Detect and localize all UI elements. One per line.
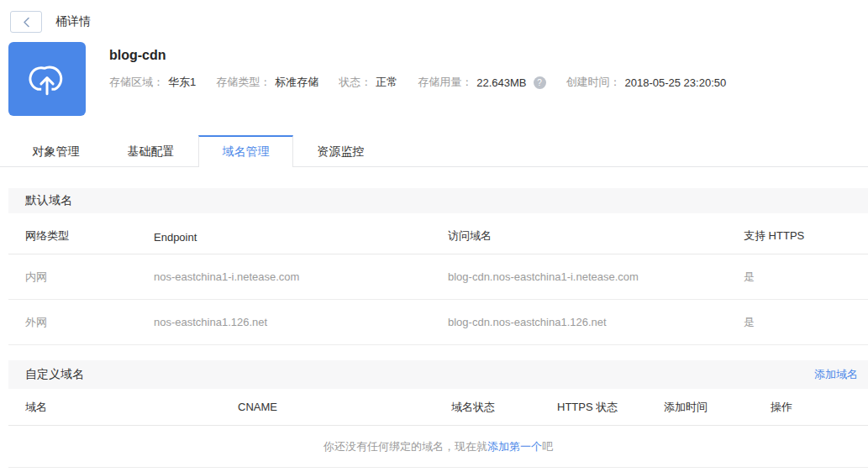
meta-storage-type: 存储类型： 标准存储 bbox=[216, 75, 318, 90]
cell-https-support: 是 bbox=[744, 270, 868, 285]
table-row: 外网 nos-eastchina1.126.net blog-cdn.nos-e… bbox=[8, 300, 868, 345]
cell-access-domain: blog-cdn.nos-eastchina1.126.net bbox=[448, 316, 744, 328]
col-endpoint: Endpoint bbox=[154, 231, 448, 244]
meta-region-label: 存储区域： bbox=[109, 75, 164, 90]
col-https-status: HTTPS 状态 bbox=[557, 400, 664, 415]
topbar: 桶详情 bbox=[0, 0, 868, 34]
default-domain-section-title: 默认域名 bbox=[25, 193, 72, 208]
bucket-meta: 存储区域： 华东1 存储类型： 标准存储 状态： 正常 存储用量： 22.643… bbox=[109, 75, 746, 90]
meta-region-value: 华东1 bbox=[168, 75, 196, 90]
empty-state-suffix: 吧 bbox=[542, 439, 553, 454]
col-cname: CNAME bbox=[238, 401, 451, 413]
meta-status: 状态： 正常 bbox=[339, 75, 397, 90]
custom-domain-table: 域名 CNAME 域名状态 HTTPS 状态 添加时间 操作 bbox=[8, 389, 868, 426]
default-domain-table: 网络类型 Endpoint 访问域名 支持 HTTPS 内网 nos-eastc… bbox=[8, 213, 868, 345]
empty-state: 你还没有任何绑定的域名，现在就添加第一个吧 bbox=[8, 426, 868, 468]
meta-status-label: 状态： bbox=[339, 75, 371, 90]
col-https-support: 支持 HTTPS bbox=[744, 228, 868, 244]
table-header-row: 网络类型 Endpoint 访问域名 支持 HTTPS bbox=[8, 213, 868, 254]
cell-https-support: 是 bbox=[744, 315, 868, 330]
col-actions: 操作 bbox=[771, 400, 868, 415]
meta-usage-value: 22.643MB bbox=[476, 76, 526, 89]
col-network-type: 网络类型 bbox=[25, 228, 154, 244]
tab-basic-config[interactable]: 基础配置 bbox=[103, 138, 198, 166]
empty-state-text: 你还没有任何绑定的域名，现在就 bbox=[324, 439, 487, 454]
table-row: 内网 nos-eastchina1-i.netease.com blog-cdn… bbox=[8, 254, 868, 300]
add-domain-link[interactable]: 添加域名 bbox=[814, 367, 858, 382]
custom-domain-section-title: 自定义域名 bbox=[25, 367, 84, 382]
meta-storage-type-value: 标准存储 bbox=[275, 75, 318, 90]
meta-usage-label: 存储用量： bbox=[418, 75, 472, 90]
bucket-avatar bbox=[8, 42, 86, 116]
table-header-row: 域名 CNAME 域名状态 HTTPS 状态 添加时间 操作 bbox=[8, 389, 868, 426]
help-icon[interactable]: ? bbox=[534, 76, 546, 89]
cell-endpoint: nos-eastchina1.126.net bbox=[154, 316, 448, 328]
cloud-upload-icon bbox=[22, 54, 72, 104]
meta-region: 存储区域： 华东1 bbox=[109, 75, 196, 90]
col-domain: 域名 bbox=[25, 400, 238, 415]
meta-created: 创建时间： 2018-05-25 23:20:50 bbox=[566, 75, 727, 90]
back-button[interactable] bbox=[10, 11, 42, 33]
meta-storage-type-label: 存储类型： bbox=[216, 75, 271, 90]
tab-bar: 对象管理 基础配置 域名管理 资源监控 bbox=[0, 135, 868, 167]
bucket-name: blog-cdn bbox=[109, 48, 746, 63]
bucket-info: blog-cdn 存储区域： 华东1 存储类型： 标准存储 状态： 正常 存储用… bbox=[109, 42, 746, 116]
meta-status-value: 正常 bbox=[376, 75, 397, 90]
default-domain-section-header: 默认域名 bbox=[8, 188, 868, 213]
col-access-domain: 访问域名 bbox=[448, 228, 744, 244]
add-first-domain-link[interactable]: 添加第一个 bbox=[487, 439, 542, 454]
custom-domain-section-header: 自定义域名 添加域名 bbox=[8, 360, 868, 389]
col-domain-status: 域名状态 bbox=[451, 400, 557, 415]
col-added-time: 添加时间 bbox=[664, 400, 771, 415]
tab-resource-monitor[interactable]: 资源监控 bbox=[293, 138, 388, 166]
tab-domain-management[interactable]: 域名管理 bbox=[198, 135, 293, 167]
cell-endpoint: nos-eastchina1-i.netease.com bbox=[154, 270, 448, 283]
meta-usage: 存储用量： 22.643MB ? bbox=[418, 75, 545, 90]
page-title: 桶详情 bbox=[55, 14, 91, 29]
cell-network-type: 外网 bbox=[25, 315, 154, 330]
bucket-header: blog-cdn 存储区域： 华东1 存储类型： 标准存储 状态： 正常 存储用… bbox=[8, 42, 868, 116]
cell-access-domain: blog-cdn.nos-eastchina1-i.netease.com bbox=[448, 270, 744, 283]
chevron-left-icon bbox=[23, 17, 30, 28]
meta-created-value: 2018-05-25 23:20:50 bbox=[625, 76, 727, 89]
cell-network-type: 内网 bbox=[25, 270, 154, 285]
meta-created-label: 创建时间： bbox=[566, 75, 621, 90]
tab-object-management[interactable]: 对象管理 bbox=[8, 138, 103, 166]
